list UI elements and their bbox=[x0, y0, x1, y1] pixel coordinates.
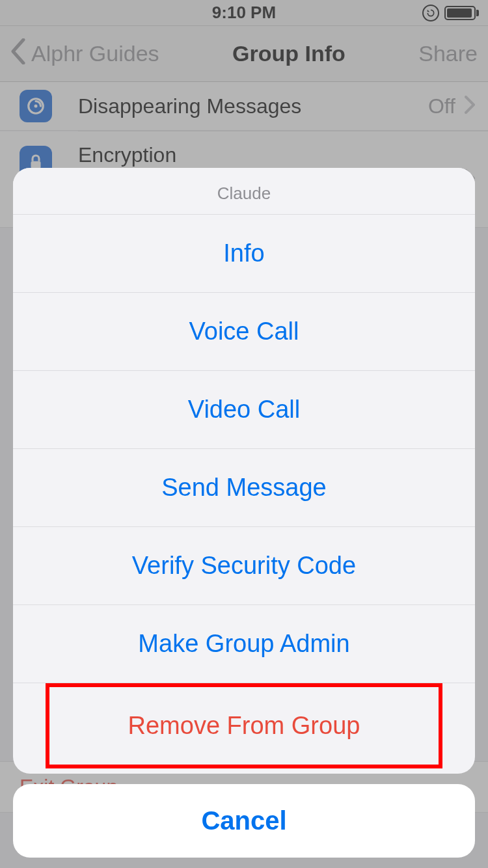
action-sheet: Claude Info Voice Call Video Call Send M… bbox=[0, 168, 488, 868]
highlight-annotation: Remove From Group bbox=[46, 683, 442, 768]
action-video-call[interactable]: Video Call bbox=[13, 371, 475, 449]
back-button[interactable]: Alphr Guides bbox=[10, 38, 159, 70]
action-sheet-title: Claude bbox=[13, 168, 475, 215]
rotation-lock-icon bbox=[422, 5, 439, 21]
share-button[interactable]: Share bbox=[418, 41, 478, 66]
row-title: Encryption bbox=[78, 143, 465, 167]
timer-icon bbox=[20, 90, 52, 122]
back-label: Alphr Guides bbox=[31, 41, 159, 66]
chevron-right-icon bbox=[465, 96, 475, 116]
svg-point-1 bbox=[34, 105, 38, 108]
row-value: Off bbox=[428, 94, 455, 118]
battery-icon bbox=[444, 6, 476, 20]
action-make-group-admin[interactable]: Make Group Admin bbox=[13, 605, 475, 683]
action-sheet-options: Claude Info Voice Call Video Call Send M… bbox=[13, 168, 475, 774]
chevron-left-icon bbox=[10, 38, 26, 70]
nav-bar: Alphr Guides Group Info Share bbox=[0, 26, 488, 82]
action-verify-security-code[interactable]: Verify Security Code bbox=[13, 527, 475, 605]
action-info[interactable]: Info bbox=[13, 215, 475, 293]
cancel-button[interactable]: Cancel bbox=[13, 784, 475, 858]
row-disappearing-messages[interactable]: Disappearing Messages Off bbox=[0, 82, 488, 131]
row-title: Disappearing Messages bbox=[78, 94, 428, 118]
page-title: Group Info bbox=[232, 41, 346, 66]
action-send-message[interactable]: Send Message bbox=[13, 449, 475, 527]
status-time: 9:10 PM bbox=[139, 3, 349, 23]
action-voice-call[interactable]: Voice Call bbox=[13, 293, 475, 371]
action-remove-from-group[interactable]: Remove From Group bbox=[49, 687, 439, 765]
status-bar: 9:10 PM bbox=[0, 0, 488, 26]
